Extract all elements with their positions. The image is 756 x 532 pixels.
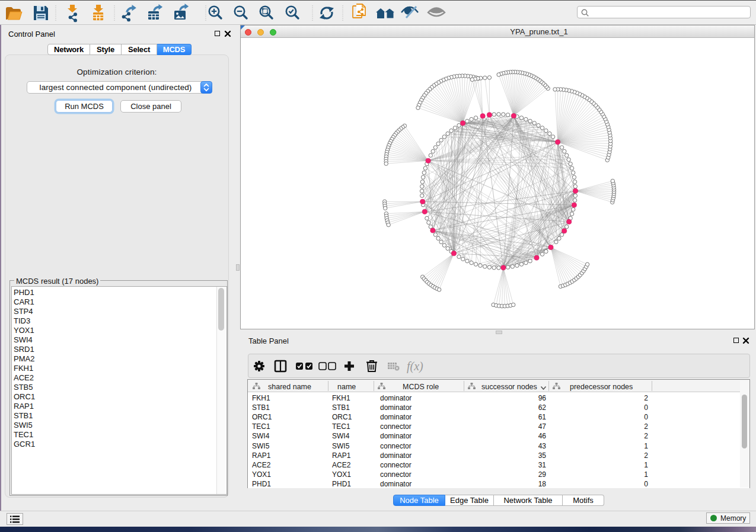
svg-text:f(x): f(x) <box>407 360 423 373</box>
